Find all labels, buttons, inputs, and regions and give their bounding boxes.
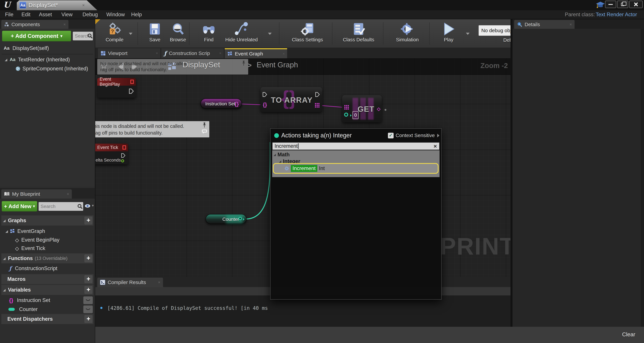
variables-section-header[interactable]: ◢ Variables + xyxy=(1,285,94,295)
expander-icon[interactable]: ◢ xyxy=(3,288,6,292)
details-tab-close-icon[interactable]: × xyxy=(570,22,572,27)
breadcrumb-root[interactable]: DisplaySet xyxy=(182,60,220,69)
add-variable-button[interactable]: + xyxy=(84,286,92,294)
menu-help[interactable]: Help xyxy=(131,10,142,19)
node-counter-getter[interactable]: Counter xyxy=(206,214,246,224)
compile-button[interactable]: ? Compile xyxy=(100,21,129,46)
tab-close-icon[interactable]: × xyxy=(282,52,285,56)
functions-section-header[interactable]: ◢ Functions (13 Overridable) + xyxy=(1,253,94,263)
expander-icon[interactable]: ◢ xyxy=(5,229,8,233)
exec-output-pin[interactable] xyxy=(129,88,134,94)
variable-counter-row[interactable]: Counter xyxy=(0,305,95,314)
components-search[interactable] xyxy=(73,32,93,40)
menu-debug[interactable]: Debug xyxy=(82,10,98,19)
expander-icon[interactable]: ◢ xyxy=(3,256,6,260)
exec-output-pin[interactable] xyxy=(315,92,320,97)
array-input-pin[interactable] xyxy=(344,105,349,110)
index-value-field[interactable]: 0 xyxy=(352,111,358,119)
find-button[interactable]: Find xyxy=(194,21,223,46)
hide-unrelated-dropdown-icon[interactable] xyxy=(268,33,272,35)
pin-icon[interactable] xyxy=(242,60,246,66)
macros-section-header[interactable]: Macros + xyxy=(1,274,94,284)
array-output-pin[interactable] xyxy=(315,103,320,108)
comment-bubble-icon[interactable] xyxy=(202,129,207,134)
menu-edit[interactable]: Edit xyxy=(22,10,30,19)
expander-icon[interactable]: ◢ xyxy=(3,219,6,223)
variable-visibility-toggle[interactable] xyxy=(83,297,93,304)
component-row-textrender[interactable]: ◢ Aa TextRender (Inherited) xyxy=(0,55,95,64)
tab-event-graph[interactable]: Event Graph × xyxy=(225,48,287,58)
compiler-results-tab[interactable]: Compiler Results × xyxy=(97,278,163,287)
search-clear-icon[interactable]: × xyxy=(434,143,437,149)
compile-options-dropdown-icon[interactable] xyxy=(129,33,132,35)
event-beginplay-row[interactable]: ◇ Event BeginPlay xyxy=(0,236,95,244)
tutorial-cap-icon[interactable] xyxy=(596,1,605,9)
event-tick-row[interactable]: ◇ Event Tick xyxy=(0,244,95,253)
node-array-get[interactable]: GET 0 xyxy=(342,95,382,122)
pin-icon[interactable] xyxy=(202,122,206,128)
eventgraph-row[interactable]: ◢ EventGraph xyxy=(0,227,95,236)
integer-output-pin[interactable] xyxy=(238,217,242,220)
my-blueprint-search-input[interactable] xyxy=(38,204,83,209)
minimize-button[interactable] xyxy=(605,1,616,8)
restore-button[interactable] xyxy=(617,1,628,8)
play-button[interactable]: Play xyxy=(434,21,463,46)
menu-view[interactable]: View xyxy=(62,10,72,19)
panel-divider[interactable] xyxy=(510,19,512,327)
expand-arrow-icon[interactable] xyxy=(437,134,440,137)
expander-icon[interactable]: ◢ xyxy=(274,153,276,156)
component-row-sprite[interactable]: SpriteComponent (Inherited) xyxy=(0,64,95,73)
close-button[interactable] xyxy=(629,1,643,8)
tab-viewport[interactable]: Viewport × xyxy=(98,48,160,58)
hide-unrelated-button[interactable]: Hide Unrelated xyxy=(220,21,263,46)
add-new-button[interactable]: + Add New ▾ xyxy=(2,201,37,211)
play-options-dropdown-icon[interactable] xyxy=(466,33,470,35)
my-blueprint-search[interactable] xyxy=(38,202,83,211)
parent-class-link[interactable]: Text Render Actor xyxy=(596,10,637,19)
compiler-results-log[interactable]: [4286.61] Compile of DisplaySet successf… xyxy=(95,296,510,327)
menu-window[interactable]: Window xyxy=(106,10,125,19)
action-increment-int-row[interactable]: Increment Int xyxy=(273,163,438,174)
exec-output-pin[interactable] xyxy=(121,153,126,158)
components-tab[interactable]: Components × xyxy=(1,20,68,29)
my-blueprint-tab[interactable]: My Blueprint × xyxy=(1,189,72,199)
expander-icon[interactable]: ◢ xyxy=(5,58,7,62)
visibility-dropdown-icon[interactable]: ▾ xyxy=(92,203,94,208)
tab-construction-script[interactable]: ƒ Construction Scrip × xyxy=(161,48,224,58)
breadcrumb-current[interactable]: Event Graph xyxy=(256,61,298,69)
node-event-tick[interactable]: Event Tick elta Seconds xyxy=(95,144,128,164)
visibility-eye-icon[interactable] xyxy=(84,203,92,208)
asset-window-tab[interactable]: Aa DisplaySet* × xyxy=(17,0,97,10)
struct-output-pin[interactable]: {} xyxy=(234,101,239,107)
clear-log-button[interactable]: Clear xyxy=(622,327,635,343)
menu-asset[interactable]: Asset xyxy=(39,10,52,19)
constructionscript-row[interactable]: ƒ ConstructionScript xyxy=(0,264,95,273)
action-search-field[interactable]: Increment × xyxy=(272,142,440,150)
asset-tab-close-icon[interactable]: × xyxy=(82,3,85,8)
node-instruction-set-getter[interactable]: Instruction Set {} xyxy=(200,98,242,109)
details-tab[interactable]: i Details × xyxy=(514,20,574,29)
index-input-pin[interactable] xyxy=(344,113,348,117)
add-graph-button[interactable]: + xyxy=(84,217,92,225)
element-output-pin[interactable] xyxy=(377,107,381,111)
details-scrollbar[interactable] xyxy=(641,29,644,327)
class-settings-button[interactable]: Class Settings xyxy=(288,21,327,46)
tab-close-icon[interactable]: × xyxy=(156,51,158,55)
tab-close-icon[interactable]: × xyxy=(219,51,221,55)
add-macro-button[interactable]: + xyxy=(84,275,92,283)
browse-button[interactable]: Browse xyxy=(164,21,192,46)
add-component-button[interactable]: + Add Component ▾ xyxy=(2,31,71,41)
menu-file[interactable]: File xyxy=(5,10,14,19)
add-dispatcher-button[interactable]: + xyxy=(84,315,92,323)
expander-icon[interactable]: ◢ xyxy=(279,160,281,163)
struct-input-pin[interactable]: {} xyxy=(263,101,267,108)
component-row-self[interactable]: Aa DisplaySet(self) xyxy=(0,44,95,53)
event-dispatchers-section-header[interactable]: Event Dispatchers + xyxy=(1,314,94,324)
variable-visibility-toggle[interactable] xyxy=(83,306,93,313)
graphs-section-header[interactable]: ◢ Graphs + xyxy=(1,216,94,226)
my-blueprint-tab-close-icon[interactable]: × xyxy=(67,192,69,196)
exec-input-pin[interactable] xyxy=(262,92,267,97)
float-output-pin[interactable] xyxy=(121,159,124,162)
node-event-beginplay[interactable]: Event BeginPlay xyxy=(97,78,136,98)
node-to-array[interactable]: {} TO ARRAY {} xyxy=(260,87,322,112)
